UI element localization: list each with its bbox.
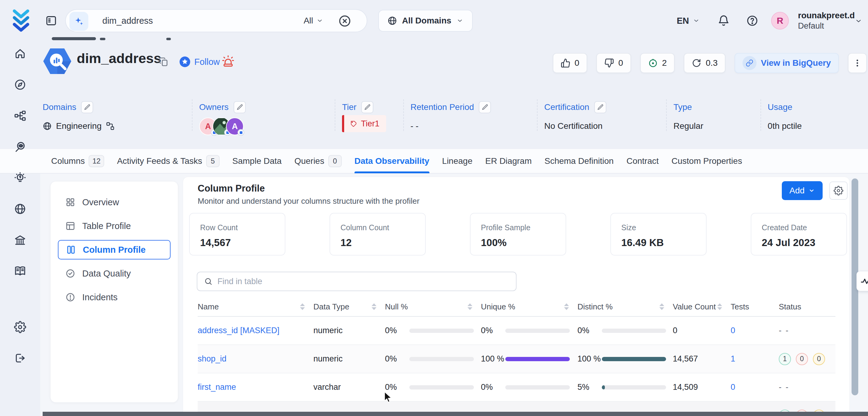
domain-link[interactable]: Engineering xyxy=(56,121,101,131)
downvote-button[interactable]: 0 xyxy=(596,53,631,73)
check-circle-icon xyxy=(65,268,75,279)
tab-columns[interactable]: Columns12 xyxy=(51,149,104,173)
domains-icon xyxy=(14,203,26,215)
profiler-nav-incidents[interactable]: Incidents xyxy=(58,287,170,307)
type-label: Type xyxy=(673,102,692,112)
column-header-name[interactable]: Name xyxy=(198,302,313,312)
tab-contract[interactable]: Contract xyxy=(626,149,659,173)
column-header-null-[interactable]: Null % xyxy=(385,302,481,312)
top-bar: dim_address All All Domains EN R roun xyxy=(0,0,868,41)
rail-item-logout[interactable] xyxy=(13,351,27,365)
tests-link[interactable]: 0 xyxy=(731,326,779,335)
tab-lineage[interactable]: Lineage xyxy=(442,149,473,173)
sidebar-toggle-icon[interactable] xyxy=(45,14,57,27)
table-header-row: NameData TypeNull %Unique %Distinct %Val… xyxy=(198,297,835,317)
edit-retention-button[interactable] xyxy=(479,101,491,113)
followers-button[interactable]: 2 xyxy=(640,53,675,73)
column-name-link[interactable]: first_name xyxy=(198,383,313,392)
profiler-nav-table-profile[interactable]: Table Profile xyxy=(58,216,170,236)
sort-carets-icon[interactable] xyxy=(300,303,305,310)
tab-schema-definition[interactable]: Schema Definition xyxy=(545,149,614,173)
chevron-down-icon[interactable] xyxy=(855,17,863,25)
percentage-bar xyxy=(602,385,666,389)
search-scope-dropdown[interactable]: All xyxy=(304,10,323,32)
profiler-nav-overview[interactable]: Overview xyxy=(58,192,170,212)
rail-item-insights[interactable] xyxy=(13,170,27,185)
rail-item-settings[interactable] xyxy=(13,320,27,334)
percentage-bar xyxy=(505,385,570,389)
help-icon[interactable] xyxy=(746,14,758,27)
more-options-button[interactable] xyxy=(848,53,867,73)
rail-item-explore[interactable] xyxy=(13,77,27,92)
global-search-bar[interactable]: dim_address All xyxy=(65,9,367,32)
clear-search-icon[interactable] xyxy=(338,14,351,28)
upvote-button[interactable]: 0 xyxy=(553,53,588,73)
column-header-data-type[interactable]: Data Type xyxy=(313,302,385,312)
column-name-link[interactable]: address_id [MASKED] xyxy=(198,326,313,335)
tests-link[interactable]: 0 xyxy=(731,383,779,392)
gear-icon xyxy=(834,186,843,195)
owner-avatar[interactable]: A xyxy=(226,118,244,135)
notifications-bell-icon[interactable] xyxy=(717,14,730,27)
activity-float-widget[interactable] xyxy=(857,271,868,291)
summary-card-profile-sample: Profile Sample100% xyxy=(470,213,566,256)
metadata-owners: Owners AA xyxy=(199,94,342,135)
edit-domains-button[interactable] xyxy=(81,101,93,113)
sort-carets-icon[interactable] xyxy=(717,303,722,310)
entity-title: dim_address xyxy=(77,51,161,66)
column-header-distinct-[interactable]: Distinct % xyxy=(578,302,673,312)
openmetadata-logo-icon[interactable] xyxy=(10,7,32,34)
tests-link[interactable]: 1 xyxy=(731,354,779,363)
profiler-nav-column-profile[interactable]: Column Profile xyxy=(58,240,170,259)
chevron-down-icon xyxy=(692,17,700,24)
follow-button[interactable]: Follow xyxy=(179,56,220,68)
thumbs-up-icon xyxy=(561,58,570,68)
summary-card-column-count: Column Count12 xyxy=(330,213,426,256)
sort-carets-icon[interactable] xyxy=(372,303,376,310)
owner-avatars: AA xyxy=(199,118,342,135)
search-query-text[interactable]: dim_address xyxy=(102,10,153,32)
edit-tier-button[interactable] xyxy=(361,101,373,113)
edit-certification-button[interactable] xyxy=(594,101,607,113)
edit-owners-button[interactable] xyxy=(234,101,246,113)
pulse-chart-icon xyxy=(860,275,868,287)
rail-item-lineage[interactable] xyxy=(13,108,27,123)
view-in-bigquery-button[interactable]: View in BigQuery xyxy=(735,53,839,73)
tab-sample-data[interactable]: Sample Data xyxy=(232,149,282,173)
rail-item-observability[interactable] xyxy=(13,139,27,154)
rail-item-home[interactable] xyxy=(13,46,27,61)
horizontal-scrollbar[interactable] xyxy=(43,412,868,416)
table-search-input[interactable] xyxy=(217,277,509,286)
profiler-nav-data-quality[interactable]: Data Quality xyxy=(58,264,170,283)
column-header-value-count[interactable]: Value Count xyxy=(673,302,731,312)
sort-carets-icon[interactable] xyxy=(564,303,569,310)
owner-link-badge xyxy=(238,129,244,136)
version-button[interactable]: 0.3 xyxy=(684,53,725,73)
tab-activity-feeds-tasks[interactable]: Activity Feeds & Tasks5 xyxy=(117,149,220,173)
tab-er-diagram[interactable]: ER Diagram xyxy=(485,149,531,173)
user-avatar[interactable]: R xyxy=(771,12,789,30)
rail-item-glossary[interactable] xyxy=(13,264,27,278)
copy-name-icon[interactable] xyxy=(158,57,169,67)
sort-carets-icon[interactable] xyxy=(659,303,664,310)
tab-queries[interactable]: Queries0 xyxy=(294,149,342,173)
profiler-settings-button[interactable] xyxy=(829,182,847,200)
tab-data-observability[interactable]: Data Observability xyxy=(354,149,429,173)
rail-item-govern[interactable] xyxy=(13,233,27,247)
table-search[interactable] xyxy=(197,271,517,291)
domain-filter-button[interactable]: All Domains xyxy=(378,10,473,32)
certification-label: Certification xyxy=(544,102,589,112)
column-header-unique-[interactable]: Unique % xyxy=(481,302,578,312)
panel-title: Column Profile xyxy=(198,183,265,194)
rail-item-domains[interactable] xyxy=(13,202,27,216)
user-menu[interactable]: rounakpreet.d Default xyxy=(798,10,855,31)
language-selector[interactable]: EN xyxy=(677,0,700,41)
tab-custom-properties[interactable]: Custom Properties xyxy=(672,149,742,173)
percentage-bar xyxy=(409,329,474,333)
chevron-down-icon xyxy=(808,187,815,194)
add-button[interactable]: Add xyxy=(782,181,823,200)
column-name-link[interactable]: shop_id xyxy=(198,354,313,363)
sort-carets-icon[interactable] xyxy=(467,303,472,310)
pencil-icon xyxy=(84,104,90,110)
follow-label: Follow xyxy=(194,57,220,67)
